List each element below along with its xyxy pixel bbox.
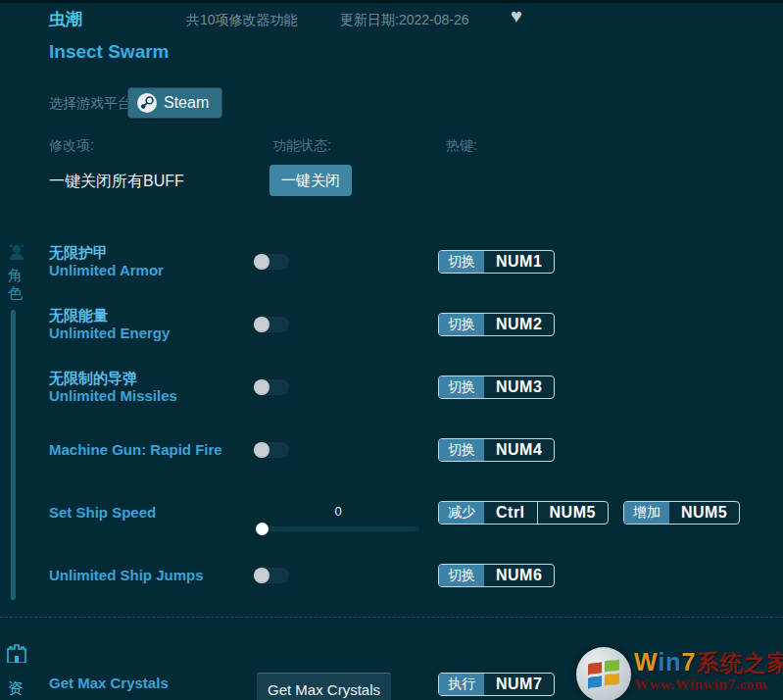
- column-header-state: 功能状态:: [272, 137, 331, 155]
- hotkey-action: 切换: [439, 376, 484, 398]
- hotkey-action: 减少: [439, 502, 484, 524]
- hotkey-num4[interactable]: 切换 NUM4: [438, 438, 555, 462]
- hotkey-key: NUM1: [484, 251, 554, 273]
- sidebar-scroll-indicator[interactable]: [11, 310, 16, 600]
- hotkey-num2[interactable]: 切换 NUM2: [438, 313, 555, 336]
- hotkey-num3[interactable]: 切换 NUM3: [438, 375, 555, 399]
- feature-name-en: Set Ship Speed: [49, 504, 156, 522]
- machine-gun-rapid-fire-toggle[interactable]: [253, 442, 289, 458]
- hotkey-action: 增加: [624, 502, 669, 524]
- feature-name-en: Get Max Crystals: [49, 675, 169, 692]
- feature-row: 无限能量 Unlimited Energy 切换 NUM2: [0, 305, 783, 344]
- hotkey-key: NUM5: [669, 502, 739, 524]
- hotkey-key: NUM7: [484, 674, 554, 695]
- window-top-edge: [0, 0, 783, 3]
- feature-name-cn: 无限制的导弹: [49, 370, 177, 387]
- hotkey-key: NUM2: [484, 314, 554, 335]
- hotkey-key: Ctrl: [484, 502, 537, 524]
- hotkey-num6[interactable]: 切换 NUM6: [438, 564, 555, 587]
- toggle-knob: [254, 254, 269, 270]
- feature-labels: 无限能量 Unlimited Energy: [49, 305, 170, 344]
- unlimited-missiles-toggle[interactable]: [253, 379, 289, 395]
- trainer-window: 虫潮 共10项修改器功能 更新日期:2022-08-26 ♥ Insect Sw…: [0, 0, 783, 700]
- feature-labels: Machine Gun: Rapid Fire: [49, 430, 222, 470]
- feature-name-en: Unlimited Ship Jumps: [49, 567, 204, 584]
- feature-labels: 无限制的导弹 Unlimited Missiles: [49, 368, 177, 407]
- favorite-heart-icon[interactable]: ♥: [511, 6, 522, 25]
- feature-name-cn: 无限能量: [49, 307, 170, 325]
- close-all-buff-button[interactable]: 一键关闭: [269, 165, 352, 196]
- toggle-knob: [254, 317, 269, 332]
- feature-name-en: Unlimited Missiles: [49, 387, 177, 405]
- winwin7-watermark: Win7系统之家 Www.Winwin7.com: [573, 639, 783, 700]
- watermark-text: Win7系统之家 Www.Winwin7.com: [634, 649, 783, 693]
- unlimited-armor-toggle[interactable]: [253, 254, 289, 270]
- hotkey-increase[interactable]: 增加 NUM5: [623, 501, 740, 525]
- watermark-brand: Win7系统之家: [634, 649, 783, 675]
- column-header-item: 修改项:: [49, 137, 94, 155]
- toggle-knob: [254, 442, 269, 458]
- unlimited-ship-jumps-toggle[interactable]: [253, 568, 289, 583]
- feature-name-en: Machine Gun: Rapid Fire: [49, 441, 222, 459]
- hotkey-num7[interactable]: 执行 NUM7: [438, 673, 555, 696]
- slider-value: 0: [257, 504, 419, 520]
- game-title-en: Insect Swarm: [49, 41, 170, 63]
- feature-row: 无限制的导弹 Unlimited Missiles 切换 NUM3: [0, 368, 783, 407]
- feature-row: Machine Gun: Rapid Fire 切换 NUM4: [0, 430, 783, 470]
- watermark-brand-suffix: 系统之家: [697, 650, 783, 675]
- sidebar-section-character[interactable]: 角色: [7, 267, 24, 302]
- steam-platform-button[interactable]: Steam: [127, 87, 222, 119]
- steam-button-label: Steam: [164, 94, 209, 112]
- feature-count: 共10项修改器功能: [186, 12, 298, 29]
- toggle-knob: [254, 379, 269, 395]
- slider-track[interactable]: [257, 526, 419, 531]
- hotkey-action: 切换: [439, 565, 484, 586]
- toggle-knob: [254, 568, 269, 583]
- get-max-crystals-button[interactable]: Get Max Crystals: [257, 673, 391, 700]
- steam-icon: [137, 93, 157, 113]
- feature-name-cn: 无限护甲: [49, 244, 164, 262]
- hotkey-key: NUM5: [537, 502, 608, 524]
- hotkey-action: 切换: [439, 314, 484, 335]
- unlimited-energy-toggle[interactable]: [253, 317, 289, 332]
- slider-thumb[interactable]: [256, 523, 269, 535]
- platform-select-label: 选择游戏平台:: [49, 95, 135, 113]
- hotkey-key: NUM4: [484, 439, 554, 461]
- resources-category-icon[interactable]: [6, 643, 27, 667]
- column-header-hotkey: 热键:: [446, 137, 477, 155]
- feature-row: Unlimited Ship Jumps 切换 NUM6: [0, 556, 783, 595]
- master-row-label: 一键关闭所有BUFF: [49, 172, 184, 192]
- feature-labels: Unlimited Ship Jumps: [49, 556, 204, 595]
- hotkey-action: 切换: [439, 439, 484, 461]
- feature-labels: Get Max Crystals: [49, 664, 169, 700]
- hotkey-decrease[interactable]: 减少 Ctrl NUM5: [438, 501, 609, 525]
- hotkey-num1[interactable]: 切换 NUM1: [438, 250, 555, 274]
- feature-name-en: Unlimited Armor: [49, 262, 164, 279]
- watermark-url: Www.Winwin7.com: [634, 676, 783, 693]
- hotkey-key: NUM3: [484, 376, 554, 398]
- watermark-brand-w: W: [634, 648, 658, 675]
- hotkey-key: NUM6: [484, 565, 554, 586]
- game-title-cn: 虫潮: [49, 8, 82, 30]
- update-date: 更新日期:2022-08-26: [340, 12, 469, 29]
- ship-speed-slider[interactable]: 0: [257, 504, 419, 531]
- character-category-icon[interactable]: [6, 241, 27, 267]
- watermark-brand-in: in: [658, 648, 681, 675]
- feature-labels: 无限护甲 Unlimited Armor: [49, 242, 164, 281]
- section-divider: [0, 617, 783, 618]
- feature-row: 无限护甲 Unlimited Armor 切换 NUM1: [0, 242, 783, 281]
- hotkey-action: 切换: [439, 251, 484, 273]
- hotkey-action: 执行: [439, 674, 484, 695]
- feature-labels: Set Ship Speed: [49, 493, 156, 532]
- watermark-brand-7: 7: [682, 648, 697, 675]
- windows-logo-icon: [576, 647, 631, 700]
- feature-name-en: Unlimited Energy: [49, 325, 170, 342]
- feature-row: Set Ship Speed 0 减少 Ctrl NUM5 增加 NUM5: [0, 493, 783, 532]
- sidebar-section-resources[interactable]: 资: [7, 679, 24, 697]
